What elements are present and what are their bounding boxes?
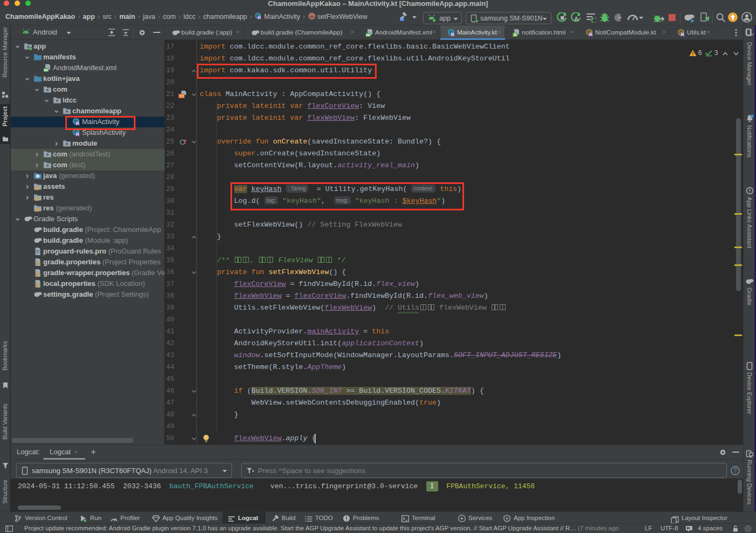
svg-text:<>: <> <box>179 94 183 98</box>
svg-text:H: H <box>514 33 516 37</box>
svg-text:A: A <box>574 16 578 22</box>
svg-text:MF: MF <box>366 33 371 37</box>
svg-text:m: m <box>310 13 314 19</box>
svg-text:MF: MF <box>44 69 49 72</box>
svg-text:?: ? <box>734 468 737 474</box>
